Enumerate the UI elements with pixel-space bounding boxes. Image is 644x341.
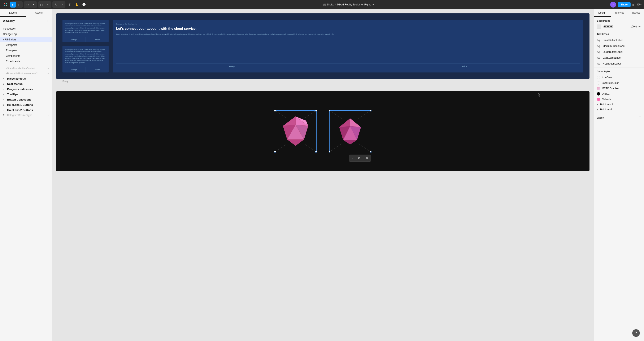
color-group-hololens1[interactable]: ▶ HoloLens1	[594, 107, 644, 112]
color-style-iconcolor[interactable]: IconColor	[594, 75, 644, 80]
color-style-labeltextcolor[interactable]: LabelTextColor	[594, 80, 644, 86]
hand-tool-button[interactable]: ✋	[74, 2, 80, 7]
pages-section: Introduction Change Log ▾ UI Gallery Vie…	[0, 25, 52, 65]
text-style-ag-icon-5: Ag	[597, 62, 601, 65]
topbar-right: Y Share ▷ 42%	[610, 2, 642, 7]
layer-item-buttoncollections[interactable]: ≡ Button Collections	[0, 97, 52, 102]
text-style-name-2: MediumButtonLabel	[603, 45, 625, 47]
layer-item-miscellaneous[interactable]: ≡ Miscellaneous	[0, 76, 52, 81]
layer-label-nearmenus: Near Menus	[7, 82, 49, 85]
comment-tool-button[interactable]: 💬	[81, 2, 87, 7]
shape-options-button[interactable]: ▾	[45, 2, 51, 7]
help-button[interactable]: ?	[632, 329, 640, 337]
page-item-viewports[interactable]: Viewports	[0, 42, 52, 48]
dialog-2-decline-btn[interactable]: Decline	[86, 67, 109, 72]
layer-label-hl1: HoloLens 1 Buttons	[7, 103, 49, 106]
gem-2-container[interactable]: › ⚙ ✕	[329, 110, 371, 152]
add-page-button[interactable]: +	[47, 19, 49, 23]
app-menu-button[interactable]	[2, 2, 8, 7]
gem-2-svg	[334, 115, 366, 147]
text-style-name-5: HL1ButtonLabel	[603, 62, 621, 65]
cloud-accept-btn[interactable]: Accept	[116, 64, 348, 69]
text-style-smallbuttonlabel[interactable]: Ag SmallButtonLabel	[594, 37, 644, 43]
layer-item-progress[interactable]: ≡ Progress Indicators	[0, 86, 52, 92]
dialog-2-accept-btn[interactable]: Accept	[62, 67, 86, 72]
toolbar-settings-btn[interactable]: ⚙	[355, 155, 363, 161]
handle-tl	[274, 110, 276, 111]
topbar: ▸ ◻ ⬚ ▾ ◻ ▾ ✎ ▾ T ✋ 💬 ⊞ Drafts / Mixed R…	[0, 0, 644, 9]
page-item-changelog[interactable]: Change Log	[0, 31, 52, 37]
right-panel: Design Prototype Inspect Background #E5E…	[594, 9, 644, 341]
frame-options-button[interactable]: ▾	[30, 2, 36, 7]
zoom-level[interactable]: 42%	[636, 3, 642, 6]
color-style-callouts[interactable]: Callouts	[594, 97, 644, 102]
layer-item-tooltips[interactable]: ≡ ToolTips	[0, 92, 52, 97]
text-style-ag-icon-3: Ag	[597, 50, 601, 54]
layers-section: ⋮⋮ StatePlaceholderContent ~ ⋮⋮ Pressabl…	[0, 65, 52, 341]
pen-tool-button[interactable]: ✎	[53, 2, 59, 7]
layer-item-hologramglyph[interactable]: T HologramResizeGlyph ~	[0, 113, 52, 118]
move-tool-button[interactable]: ▸	[10, 2, 16, 7]
color-style-mrtkgradient[interactable]: MRTK Gradient	[594, 86, 644, 91]
uibkg-dot	[597, 92, 600, 95]
layer-item-hololens1[interactable]: ≡ HoloLens 1 Buttons	[0, 102, 52, 107]
page-label-uigallery: UI Gallery	[5, 38, 16, 41]
page-item-introduction[interactable]: Introduction	[0, 26, 52, 31]
dialog-box-1-text: Lorem ipsum dolor sit amet, consectetuer…	[62, 20, 108, 37]
breadcrumb-drafts[interactable]: Drafts	[327, 3, 334, 6]
avatar[interactable]: Y	[610, 2, 616, 7]
text-style-extralarge[interactable]: Ag ExtraLargeLabel	[594, 55, 644, 61]
toolbar-close-btn[interactable]: ✕	[363, 155, 371, 161]
dialog-1-decline-btn[interactable]: Decline	[86, 37, 109, 42]
tab-design[interactable]: Design	[594, 9, 611, 17]
gallery-label: UI Gallery	[3, 19, 15, 22]
export-add-button[interactable]: +	[639, 115, 641, 119]
play-button[interactable]: ▷	[632, 3, 635, 7]
layer-item-pressable[interactable]: ⋮⋮ PressableButtonHoloLens2_... ~	[0, 71, 52, 76]
gem-1-container[interactable]	[274, 110, 316, 152]
canvas-area[interactable]: Lorem ipsum dolor sit amet, consectetuer…	[52, 9, 594, 341]
svg-rect-2	[4, 5, 5, 6]
cloud-decline-btn[interactable]: Decline	[348, 64, 580, 69]
tab-inspect[interactable]: Inspect	[627, 9, 644, 17]
page-item-components[interactable]: Components	[0, 53, 52, 59]
move-tool-group: ▸ ◻	[10, 1, 23, 8]
svg-marker-21	[350, 118, 361, 127]
cloud-dialog-heading: Let's connect your account with the clou…	[116, 26, 580, 31]
color-style-uibkg[interactable]: UIBKG	[594, 91, 644, 97]
project-title[interactable]: Mixed Reality Toolkit for Figma	[337, 3, 371, 6]
color-group-hololens2[interactable]: ▶ HoloLens 2	[594, 102, 644, 107]
pen-options-button[interactable]: ▾	[59, 2, 65, 7]
page-item-experiments[interactable]: Experiments	[0, 59, 52, 64]
dialog-1-accept-btn[interactable]: Accept	[62, 37, 86, 42]
toolbar-forward-btn[interactable]: ›	[349, 155, 355, 161]
layer-item-nearmenus[interactable]: ≡ Near Menus	[0, 81, 52, 86]
layer-item-hololens2[interactable]: ≡ HoloLens 2 Buttons	[0, 107, 52, 113]
text-tool-button[interactable]: T	[67, 2, 72, 7]
text-style-hl1buttonlabel[interactable]: Ag HL1ButtonLabel	[594, 61, 644, 67]
svg-marker-14	[287, 139, 304, 146]
svg-rect-3	[6, 5, 7, 6]
tab-assets[interactable]: Assets	[26, 9, 52, 17]
left-panel: Layers Assets UI Gallery + Introduction …	[0, 9, 52, 341]
visibility-icon[interactable]: 👁	[638, 25, 641, 28]
scale-tool-button[interactable]: ◻	[16, 2, 22, 7]
title-dropdown-icon[interactable]: ▾	[372, 3, 374, 6]
export-section: Export +	[594, 113, 644, 121]
shape-tool-button[interactable]: ◻	[38, 2, 44, 7]
page-item-uigallery[interactable]: ▾ UI Gallery	[0, 37, 52, 42]
tab-prototype[interactable]: Prototype	[611, 9, 628, 17]
background-color-swatch[interactable]	[597, 24, 601, 29]
text-style-mediumbuttonlabel[interactable]: Ag MediumButtonLabel	[594, 43, 644, 49]
layer-item-stateplholder[interactable]: ⋮⋮ StatePlaceholderContent ~	[0, 66, 52, 71]
text-style-largebuttonlabel[interactable]: Ag LargeButtonLabel	[594, 49, 644, 55]
pen-tool-group: ✎ ▾	[52, 1, 66, 8]
breadcrumb-separator: /	[335, 3, 336, 6]
frame-tool-button[interactable]: ⬚	[24, 2, 30, 7]
dialog-box-2-btns: Accept Decline	[62, 67, 108, 72]
mrtkgradient-name: MRTK Gradient	[602, 87, 619, 90]
page-item-examples[interactable]: Examples	[0, 48, 52, 53]
tab-layers[interactable]: Layers	[0, 9, 26, 17]
share-button[interactable]: Share	[618, 2, 630, 7]
cloud-dialog-text: Lorem ipsum dolor sit amet, consectetuer…	[116, 33, 580, 61]
